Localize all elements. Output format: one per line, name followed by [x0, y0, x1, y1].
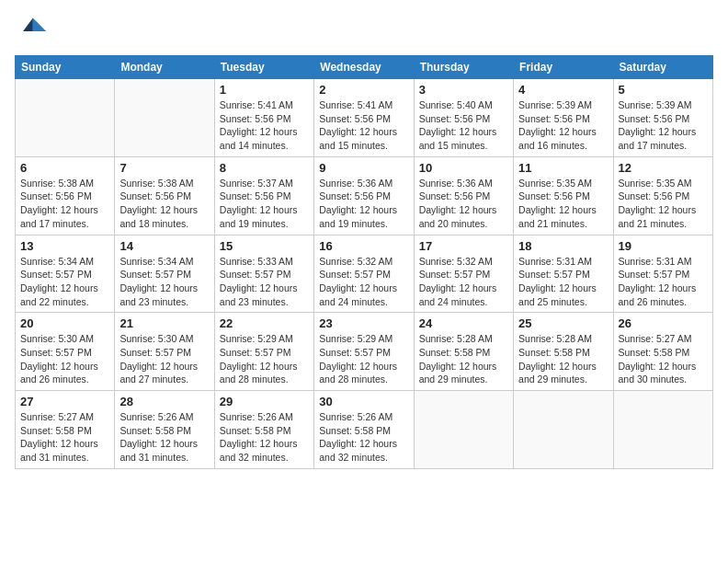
day-info: Sunrise: 5:39 AM Sunset: 5:56 PM Dayligh… — [619, 98, 708, 153]
day-number: 1 — [220, 83, 309, 97]
day-number: 13 — [20, 239, 109, 253]
day-info: Sunrise: 5:35 AM Sunset: 5:56 PM Dayligh… — [518, 177, 608, 231]
day-number: 8 — [220, 161, 309, 175]
day-info: Sunrise: 5:34 AM Sunset: 5:57 PM Dayligh… — [20, 255, 109, 309]
day-number: 2 — [319, 83, 408, 97]
day-info: Sunrise: 5:29 AM Sunset: 5:57 PM Dayligh… — [319, 332, 408, 386]
calendar-cell: 18Sunrise: 5:31 AM Sunset: 5:57 PM Dayli… — [514, 235, 613, 313]
day-number: 21 — [119, 316, 209, 330]
calendar-cell: 8Sunrise: 5:37 AM Sunset: 5:56 PM Daylig… — [214, 156, 313, 235]
day-number: 4 — [518, 83, 608, 97]
calendar-week-3: 13Sunrise: 5:34 AM Sunset: 5:57 PM Dayli… — [16, 235, 713, 313]
calendar-cell: 26Sunrise: 5:27 AM Sunset: 5:58 PM Dayli… — [613, 313, 712, 391]
calendar-cell: 14Sunrise: 5:34 AM Sunset: 5:57 PM Dayli… — [115, 235, 214, 313]
calendar-cell: 3Sunrise: 5:40 AM Sunset: 5:56 PM Daylig… — [414, 79, 513, 157]
day-info: Sunrise: 5:26 AM Sunset: 5:58 PM Dayligh… — [319, 410, 408, 465]
day-info: Sunrise: 5:36 AM Sunset: 5:56 PM Dayligh… — [419, 177, 508, 231]
day-number: 15 — [220, 239, 309, 253]
calendar-cell: 12Sunrise: 5:35 AM Sunset: 5:56 PM Dayli… — [613, 156, 712, 235]
day-info: Sunrise: 5:38 AM Sunset: 5:56 PM Dayligh… — [20, 177, 109, 231]
day-info: Sunrise: 5:34 AM Sunset: 5:57 PM Dayligh… — [119, 255, 209, 309]
calendar-cell: 23Sunrise: 5:29 AM Sunset: 5:57 PM Dayli… — [314, 313, 414, 391]
day-info: Sunrise: 5:40 AM Sunset: 5:56 PM Dayligh… — [419, 98, 508, 153]
svg-marker-1 — [23, 18, 33, 31]
day-number: 6 — [20, 161, 109, 175]
day-number: 14 — [119, 239, 209, 253]
svg-marker-0 — [33, 18, 46, 31]
weekday-header-tuesday: Tuesday — [214, 56, 313, 79]
calendar-cell: 17Sunrise: 5:32 AM Sunset: 5:57 PM Dayli… — [414, 235, 513, 313]
calendar-cell — [115, 79, 214, 157]
day-number: 28 — [119, 395, 209, 408]
calendar-cell: 4Sunrise: 5:39 AM Sunset: 5:56 PM Daylig… — [514, 79, 613, 157]
calendar-cell: 13Sunrise: 5:34 AM Sunset: 5:57 PM Dayli… — [16, 235, 115, 313]
day-number: 20 — [20, 316, 109, 330]
day-info: Sunrise: 5:28 AM Sunset: 5:58 PM Dayligh… — [419, 332, 508, 386]
day-number: 26 — [619, 316, 708, 330]
calendar-cell: 2Sunrise: 5:41 AM Sunset: 5:56 PM Daylig… — [314, 79, 414, 157]
calendar-week-2: 6Sunrise: 5:38 AM Sunset: 5:56 PM Daylig… — [16, 156, 713, 235]
calendar-cell: 28Sunrise: 5:26 AM Sunset: 5:58 PM Dayli… — [115, 391, 214, 469]
day-number: 22 — [220, 316, 309, 330]
day-number: 9 — [319, 161, 408, 175]
day-info: Sunrise: 5:36 AM Sunset: 5:56 PM Dayligh… — [319, 177, 408, 231]
day-info: Sunrise: 5:37 AM Sunset: 5:56 PM Dayligh… — [220, 177, 309, 231]
logo-icon — [15, 15, 48, 48]
weekday-header-saturday: Saturday — [613, 56, 712, 79]
calendar-week-1: 1Sunrise: 5:41 AM Sunset: 5:56 PM Daylig… — [16, 79, 713, 157]
day-info: Sunrise: 5:26 AM Sunset: 5:58 PM Dayligh… — [119, 410, 209, 465]
day-number: 17 — [419, 239, 508, 253]
calendar-body: 1Sunrise: 5:41 AM Sunset: 5:56 PM Daylig… — [16, 79, 713, 469]
day-info: Sunrise: 5:41 AM Sunset: 5:56 PM Dayligh… — [220, 98, 309, 153]
day-number: 3 — [419, 83, 508, 97]
day-info: Sunrise: 5:39 AM Sunset: 5:56 PM Dayligh… — [518, 98, 608, 153]
day-number: 16 — [319, 239, 408, 253]
calendar-cell: 22Sunrise: 5:29 AM Sunset: 5:57 PM Dayli… — [214, 313, 313, 391]
day-info: Sunrise: 5:31 AM Sunset: 5:57 PM Dayligh… — [619, 255, 708, 309]
calendar-cell — [613, 391, 712, 469]
weekday-header-friday: Friday — [514, 56, 613, 79]
calendar-cell: 19Sunrise: 5:31 AM Sunset: 5:57 PM Dayli… — [613, 235, 712, 313]
logo — [15, 15, 51, 48]
calendar-cell: 7Sunrise: 5:38 AM Sunset: 5:56 PM Daylig… — [115, 156, 214, 235]
day-info: Sunrise: 5:33 AM Sunset: 5:57 PM Dayligh… — [220, 255, 309, 309]
calendar-cell: 27Sunrise: 5:27 AM Sunset: 5:58 PM Dayli… — [16, 391, 115, 469]
day-info: Sunrise: 5:30 AM Sunset: 5:57 PM Dayligh… — [20, 332, 109, 386]
calendar-cell: 6Sunrise: 5:38 AM Sunset: 5:56 PM Daylig… — [16, 156, 115, 235]
calendar-cell: 11Sunrise: 5:35 AM Sunset: 5:56 PM Dayli… — [514, 156, 613, 235]
calendar-cell: 30Sunrise: 5:26 AM Sunset: 5:58 PM Dayli… — [314, 391, 414, 469]
calendar-cell: 9Sunrise: 5:36 AM Sunset: 5:56 PM Daylig… — [314, 156, 414, 235]
page-header — [15, 15, 713, 48]
calendar-cell: 20Sunrise: 5:30 AM Sunset: 5:57 PM Dayli… — [16, 313, 115, 391]
day-info: Sunrise: 5:26 AM Sunset: 5:58 PM Dayligh… — [220, 410, 309, 465]
calendar-week-5: 27Sunrise: 5:27 AM Sunset: 5:58 PM Dayli… — [16, 391, 713, 469]
weekday-header-thursday: Thursday — [414, 56, 513, 79]
day-number: 12 — [619, 161, 708, 175]
day-number: 18 — [518, 239, 608, 253]
day-number: 23 — [319, 316, 408, 330]
calendar-cell: 29Sunrise: 5:26 AM Sunset: 5:58 PM Dayli… — [214, 391, 313, 469]
calendar-week-4: 20Sunrise: 5:30 AM Sunset: 5:57 PM Dayli… — [16, 313, 713, 391]
calendar-cell: 10Sunrise: 5:36 AM Sunset: 5:56 PM Dayli… — [414, 156, 513, 235]
day-number: 19 — [619, 239, 708, 253]
calendar-cell: 1Sunrise: 5:41 AM Sunset: 5:56 PM Daylig… — [214, 79, 313, 157]
day-info: Sunrise: 5:32 AM Sunset: 5:57 PM Dayligh… — [419, 255, 508, 309]
calendar-cell: 15Sunrise: 5:33 AM Sunset: 5:57 PM Dayli… — [214, 235, 313, 313]
day-number: 30 — [319, 395, 408, 408]
calendar-cell: 5Sunrise: 5:39 AM Sunset: 5:56 PM Daylig… — [613, 79, 712, 157]
day-info: Sunrise: 5:30 AM Sunset: 5:57 PM Dayligh… — [119, 332, 209, 386]
weekday-header-monday: Monday — [115, 56, 214, 79]
day-number: 29 — [220, 395, 309, 408]
day-info: Sunrise: 5:29 AM Sunset: 5:57 PM Dayligh… — [220, 332, 309, 386]
day-number: 10 — [419, 161, 508, 175]
day-number: 7 — [119, 161, 209, 175]
calendar-cell: 24Sunrise: 5:28 AM Sunset: 5:58 PM Dayli… — [414, 313, 513, 391]
day-number: 24 — [419, 316, 508, 330]
weekday-header-sunday: Sunday — [16, 56, 115, 79]
day-info: Sunrise: 5:27 AM Sunset: 5:58 PM Dayligh… — [20, 410, 109, 465]
calendar-cell: 16Sunrise: 5:32 AM Sunset: 5:57 PM Dayli… — [314, 235, 414, 313]
day-number: 11 — [518, 161, 608, 175]
calendar-cell: 25Sunrise: 5:28 AM Sunset: 5:58 PM Dayli… — [514, 313, 613, 391]
day-info: Sunrise: 5:38 AM Sunset: 5:56 PM Dayligh… — [119, 177, 209, 231]
day-info: Sunrise: 5:35 AM Sunset: 5:56 PM Dayligh… — [619, 177, 708, 231]
